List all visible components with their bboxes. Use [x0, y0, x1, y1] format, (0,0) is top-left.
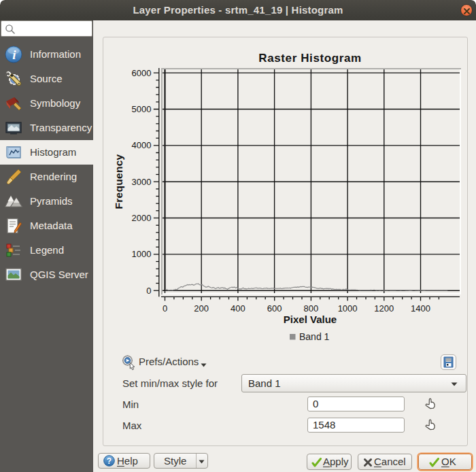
svg-text:2000: 2000 — [132, 213, 152, 223]
svg-text:0: 0 — [163, 303, 167, 314]
svg-text:0: 0 — [146, 286, 151, 296]
svg-text:Pixel Value: Pixel Value — [284, 314, 337, 325]
svg-text:800: 800 — [304, 303, 319, 314]
svg-text:200: 200 — [194, 303, 209, 314]
svg-text:5000: 5000 — [132, 104, 152, 114]
svg-text:1400: 1400 — [411, 303, 430, 314]
svg-text:?: ? — [107, 456, 112, 466]
svg-text:3000: 3000 — [132, 177, 152, 187]
svg-text:4000: 4000 — [132, 140, 152, 150]
svg-text:1000: 1000 — [132, 249, 152, 259]
svg-text:Band 1: Band 1 — [299, 331, 330, 342]
svg-text:1200: 1200 — [374, 303, 394, 314]
svg-text:400: 400 — [231, 303, 245, 314]
svg-text:600: 600 — [267, 303, 282, 314]
svg-text:1000: 1000 — [338, 303, 358, 314]
svg-text:6000: 6000 — [132, 68, 152, 78]
svg-text:Frequency: Frequency — [113, 154, 124, 209]
svg-text:Raster Histogram: Raster Histogram — [258, 52, 361, 65]
